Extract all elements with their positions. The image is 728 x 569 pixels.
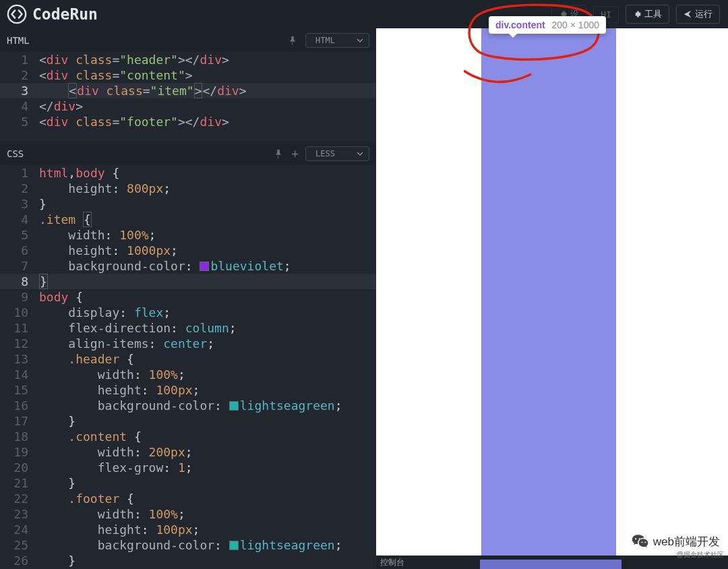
console-label[interactable]: 控制台 (380, 557, 404, 568)
pushpin-icon[interactable] (286, 34, 299, 47)
html-panel-header: HTML HTML (0, 28, 376, 52)
wechat-icon (632, 533, 649, 550)
chevron-down-icon (357, 37, 363, 44)
editors-column: HTML HTML 1<div class="header"></div> 2<… (0, 28, 376, 569)
tooltip-dimensions: 200 × 1000 (552, 20, 599, 30)
run-button[interactable]: 运行 (676, 5, 720, 24)
css-lang-select[interactable]: LESS (305, 146, 369, 161)
html-panel-title: HTML (7, 35, 30, 46)
horizontal-scrollbar[interactable] (480, 560, 621, 569)
chevron-down-icon (357, 150, 363, 157)
tooltip-selector: div.content (495, 20, 545, 30)
topbar: CodeRun 设 HI 工具 运行 (0, 0, 728, 28)
preview-content-item[interactable] (481, 28, 616, 561)
preview-footer: 控制台 (376, 556, 728, 569)
color-swatch (200, 262, 209, 271)
add-icon[interactable]: + (291, 146, 299, 160)
css-panel-header: CSS + LESS (0, 142, 376, 165)
code-line: </div> (39, 98, 376, 114)
send-icon (684, 10, 692, 18)
app-name: CodeRun (32, 5, 98, 23)
code-line: <div class="header"></div> (39, 52, 376, 67)
color-swatch (229, 401, 239, 411)
tools-button[interactable]: 工具 (626, 5, 669, 24)
svg-point-0 (8, 5, 26, 23)
app-logo: CodeRun (7, 4, 98, 24)
element-tooltip: div.content 200 × 1000 (489, 16, 606, 34)
code-line: <div class="item"></div> (39, 83, 376, 98)
color-swatch (229, 541, 239, 550)
preview-pane: 控制台 web前端开发 @掘金技术社区 (376, 28, 728, 569)
code-line: <div class="footer"></div> (39, 114, 376, 129)
wechat-overlay: web前端开发 (632, 533, 720, 550)
html-lang-select[interactable]: HTML (305, 33, 369, 48)
code-line: html,body { (39, 165, 376, 181)
css-panel-title: CSS (7, 148, 24, 159)
credit-text: @掘金技术社区 (677, 550, 724, 560)
pushpin-icon[interactable] (272, 148, 284, 160)
html-editor[interactable]: 1<div class="header"></div> 2<div class=… (0, 52, 376, 142)
code-line: <div class="content"> (39, 67, 376, 83)
gear-icon (633, 10, 641, 18)
css-editor[interactable]: 1html,body { 2 height: 800px; 3} 4.item … (0, 165, 376, 569)
